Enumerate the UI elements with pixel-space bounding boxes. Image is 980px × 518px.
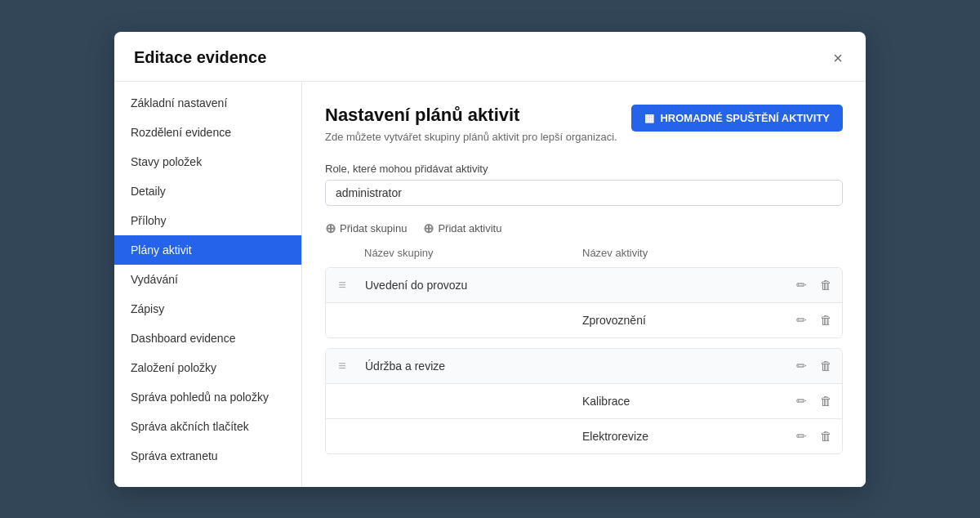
sidebar-item-detaily[interactable]: Detaily <box>114 176 301 206</box>
delete-activity-1-1-button[interactable]: 🗑 <box>817 311 835 328</box>
drag-handle-2[interactable]: ≡ <box>326 359 359 373</box>
sidebar-item-sprava-extranetu[interactable]: Správa extranetu <box>114 441 301 471</box>
activity-name-2-2: Elektrorevize <box>576 430 793 443</box>
modal-body: Základní nastavení Rozdělení evidence St… <box>114 82 866 487</box>
content-subtitle: Zde můžete vytvářet skupiny plánů aktivi… <box>325 131 843 143</box>
bulk-label: HROMADNÉ SPUŠTĚNÍ AKTIVITY <box>660 112 830 124</box>
col-group-header: Název skupiny <box>358 247 576 259</box>
modal-dialog: Editace evidence × Základní nastavení Ro… <box>114 32 866 487</box>
edit-activity-2-1-button[interactable]: ✏ <box>793 392 810 410</box>
bulk-icon: ▦ <box>644 112 654 124</box>
group-name-1: Uvedení do provozu <box>359 279 576 292</box>
add-group-label: Přidat skupinu <box>340 222 407 234</box>
delete-group-1-button[interactable]: 🗑 <box>817 276 835 293</box>
sidebar-item-dashboard-evidence[interactable]: Dashboard evidence <box>114 324 301 353</box>
group-row-2: ≡ Údržba a revize ✏ 🗑 <box>326 349 842 384</box>
group-name-2: Údržba a revize <box>359 359 576 373</box>
col-activity-header: Název aktivity <box>576 247 794 259</box>
group-row-actions-1: ✏ 🗑 <box>793 276 842 294</box>
edit-activity-1-1-button[interactable]: ✏ <box>793 311 810 329</box>
close-button[interactable]: × <box>830 47 846 69</box>
edit-group-1-button[interactable]: ✏ <box>793 276 810 294</box>
sidebar-item-zapisy[interactable]: Zápisy <box>114 294 301 324</box>
modal-backdrop: Editace evidence × Základní nastavení Ro… <box>0 0 980 518</box>
sidebar: Základní nastavení Rozdělení evidence St… <box>114 82 302 487</box>
activity-row-actions-1-1: ✏ 🗑 <box>793 311 842 329</box>
table-headers: Název skupiny Název aktivity <box>325 247 843 264</box>
col-actions-header <box>794 247 843 259</box>
modal-header: Editace evidence × <box>114 32 866 82</box>
sidebar-item-prilohy[interactable]: Přílohy <box>114 206 301 235</box>
bulk-action-button[interactable]: ▦ HROMADNÉ SPUŠTĚNÍ AKTIVITY <box>631 105 843 132</box>
role-field-label: Role, které mohou přidávat aktivity <box>325 163 843 175</box>
activity-row-actions-2-1: ✏ 🗑 <box>793 392 842 410</box>
activity-row-2-2: Elektrorevize ✏ 🗑 <box>326 419 842 453</box>
add-activity-label: Přidat aktivitu <box>438 222 501 234</box>
group-block-2: ≡ Údržba a revize ✏ 🗑 Kalibrace ✏ <box>325 348 843 454</box>
add-group-icon: ⊕ <box>325 222 336 235</box>
delete-group-2-button[interactable]: 🗑 <box>817 357 835 374</box>
delete-activity-2-1-button[interactable]: 🗑 <box>817 392 835 409</box>
edit-group-2-button[interactable]: ✏ <box>793 357 810 375</box>
delete-activity-2-2-button[interactable]: 🗑 <box>817 427 835 444</box>
activity-row-1-1: Zprovoznění ✏ 🗑 <box>326 303 842 337</box>
sidebar-item-rozdeleni-evidence[interactable]: Rozdělení evidence <box>114 118 301 147</box>
sidebar-item-sprava-akc-tlacitek[interactable]: Správa akčních tlačítek <box>114 412 301 441</box>
activity-name-2-1: Kalibrace <box>576 395 793 408</box>
activity-row-2-1: Kalibrace ✏ 🗑 <box>326 384 842 419</box>
role-field-group: Role, které mohou přidávat aktivity <box>325 163 843 222</box>
sidebar-item-stavy-polozek[interactable]: Stavy položek <box>114 147 301 176</box>
add-group-button[interactable]: ⊕ Přidat skupinu <box>325 222 407 235</box>
add-activity-button[interactable]: ⊕ Přidat aktivitu <box>423 222 501 235</box>
content-area: ▦ HROMADNÉ SPUŠTĚNÍ AKTIVITY Nastavení p… <box>302 82 866 487</box>
drag-handle-1[interactable]: ≡ <box>326 278 359 292</box>
modal-title: Editace evidence <box>134 48 266 67</box>
edit-activity-2-2-button[interactable]: ✏ <box>793 427 810 445</box>
sidebar-item-vydavani[interactable]: Vydávání <box>114 265 301 294</box>
col-spacer <box>325 247 358 259</box>
sidebar-item-plany-aktivit[interactable]: Plány aktivit <box>114 235 301 265</box>
role-input[interactable] <box>325 180 843 206</box>
actions-row: ⊕ Přidat skupinu ⊕ Přidat aktivitu <box>325 222 843 235</box>
sidebar-item-zalozeni-polozky[interactable]: Založení položky <box>114 353 301 382</box>
group-block-1: ≡ Uvedení do provozu ✏ 🗑 Zprovoznění <box>325 267 843 338</box>
add-activity-icon: ⊕ <box>423 222 434 235</box>
sidebar-item-sprava-pohledu[interactable]: Správa pohledů na položky <box>114 382 301 412</box>
group-row-actions-2: ✏ 🗑 <box>793 357 842 375</box>
title-row: ▦ HROMADNÉ SPUŠTĚNÍ AKTIVITY Nastavení p… <box>325 105 843 163</box>
activity-row-actions-2-2: ✏ 🗑 <box>793 427 842 445</box>
activity-name-1-1: Zprovoznění <box>576 314 793 327</box>
group-row-1: ≡ Uvedení do provozu ✏ 🗑 <box>326 268 842 303</box>
sidebar-item-zakladni-nastaveni[interactable]: Základní nastavení <box>114 88 301 118</box>
